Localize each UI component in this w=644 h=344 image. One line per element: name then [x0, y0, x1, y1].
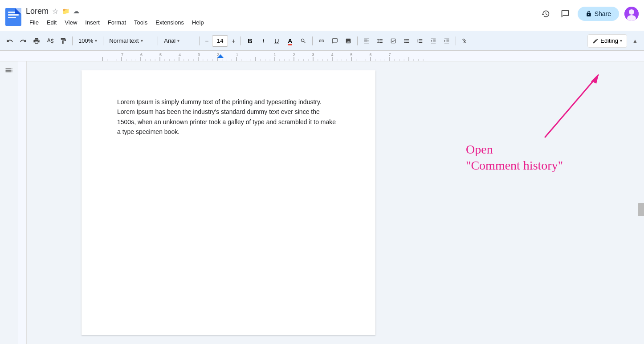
- svg-text:-7: -7: [120, 53, 123, 57]
- italic-button[interactable]: I: [257, 35, 269, 47]
- menu-help[interactable]: Help: [188, 18, 208, 27]
- svg-line-93: [545, 75, 599, 137]
- undo-button[interactable]: [4, 35, 16, 47]
- menu-file[interactable]: File: [26, 18, 42, 27]
- share-label: Share: [595, 10, 611, 17]
- svg-line-95: [592, 75, 599, 81]
- editing-mode-label: Editing: [600, 37, 618, 44]
- decrease-font-size-button[interactable]: −: [202, 35, 211, 47]
- svg-text:5: 5: [350, 53, 352, 57]
- annotation-line1: Open: [466, 142, 563, 158]
- right-scroll-tab[interactable]: [638, 203, 644, 216]
- zoom-value: 100%: [78, 37, 93, 44]
- text-style-selector[interactable]: Normal text ▾: [106, 35, 155, 47]
- clear-format-button[interactable]: [459, 35, 471, 47]
- history-icon-btn[interactable]: [538, 7, 553, 21]
- star-icon[interactable]: ☆: [52, 7, 58, 16]
- right-controls: Share: [538, 7, 639, 27]
- outline-icon[interactable]: [4, 66, 13, 77]
- divider-2: [103, 36, 103, 45]
- document-page[interactable]: Lorem Ipsum is simply dummy text of the …: [82, 70, 375, 335]
- line-spacing-button[interactable]: [374, 35, 386, 47]
- svg-rect-9: [0, 51, 644, 61]
- font-dropdown-arrow: ▾: [177, 38, 179, 43]
- menu-extensions[interactable]: Extensions: [152, 18, 187, 27]
- print-button[interactable]: [30, 35, 43, 47]
- bullet-list-button[interactable]: [400, 35, 413, 47]
- annotation-arrow: [509, 66, 599, 155]
- left-margin: [0, 61, 27, 344]
- link-button[interactable]: [315, 35, 328, 47]
- title-bar: Lorem ☆ 📁 ☁ File Edit View Insert Format…: [0, 0, 644, 31]
- svg-rect-3: [8, 17, 16, 18]
- underline-button[interactable]: U: [270, 35, 283, 47]
- text-style-dropdown-arrow: ▾: [141, 38, 143, 43]
- svg-marker-94: [592, 75, 599, 84]
- svg-text:-3: -3: [196, 53, 200, 57]
- menu-tools[interactable]: Tools: [130, 18, 151, 27]
- svg-point-7: [629, 9, 634, 15]
- annotation: Open "Comment history": [466, 88, 563, 174]
- svg-text:2: 2: [293, 53, 295, 57]
- right-area: Open "Comment history": [430, 61, 644, 344]
- spell-check-button[interactable]: [44, 35, 56, 47]
- redo-button[interactable]: [17, 35, 29, 47]
- svg-text:-6: -6: [139, 53, 143, 57]
- menu-view[interactable]: View: [61, 18, 81, 27]
- editing-mode-button[interactable]: Editing ▾: [587, 34, 627, 48]
- zoom-dropdown-arrow: ▾: [95, 38, 97, 43]
- insert-image-button[interactable]: [342, 35, 355, 47]
- paint-format-button[interactable]: [57, 35, 69, 47]
- toolbar: 100% ▾ Normal text ▾ Arial ▾ − 14 + B I …: [0, 31, 644, 51]
- font-size-box: − 14 +: [202, 35, 238, 47]
- svg-text:-1: -1: [235, 53, 238, 57]
- add-comment-button[interactable]: [329, 35, 341, 47]
- cloud-icon[interactable]: ☁: [73, 8, 79, 15]
- menu-edit[interactable]: Edit: [43, 18, 60, 27]
- menu-format[interactable]: Format: [104, 18, 130, 27]
- svg-rect-2: [8, 14, 19, 16]
- checklist-button[interactable]: [387, 35, 399, 47]
- font-selector[interactable]: Arial ▾: [161, 35, 196, 47]
- title-row: Lorem ☆ 📁 ☁: [26, 7, 538, 16]
- doc-area[interactable]: Lorem Ipsum is simply dummy text of the …: [27, 61, 430, 344]
- svg-text:3: 3: [312, 53, 314, 57]
- svg-text:-4: -4: [177, 53, 181, 57]
- title-section: Lorem ☆ 📁 ☁ File Edit View Insert Format…: [26, 7, 538, 27]
- annotation-text: Open "Comment history": [466, 142, 563, 174]
- font-value: Arial: [164, 37, 175, 44]
- toolbar-collapse-button[interactable]: ▲: [630, 36, 640, 46]
- decrease-indent-button[interactable]: [427, 35, 440, 47]
- annotation-line2: "Comment history": [466, 158, 563, 174]
- alignment-button[interactable]: [360, 35, 373, 47]
- zoom-selector[interactable]: 100% ▾: [75, 35, 100, 47]
- menu-insert[interactable]: Insert: [82, 18, 103, 27]
- svg-text:-5: -5: [158, 53, 162, 57]
- folder-icon[interactable]: 📁: [62, 8, 69, 15]
- doc-title[interactable]: Lorem: [26, 7, 49, 16]
- divider-1: [72, 36, 73, 45]
- vertical-ruler: [18, 61, 27, 344]
- user-avatar[interactable]: [624, 7, 639, 21]
- text-color-button[interactable]: A: [284, 35, 296, 47]
- divider-8: [456, 36, 456, 45]
- text-style-value: Normal text: [109, 37, 139, 44]
- editing-mode-dropdown-arrow: ▾: [620, 38, 622, 43]
- highlight-button[interactable]: [297, 35, 310, 47]
- increase-indent-button[interactable]: [440, 35, 453, 47]
- divider-5: [240, 36, 241, 45]
- share-button[interactable]: Share: [578, 7, 619, 21]
- divider-7: [357, 36, 358, 45]
- increase-font-size-button[interactable]: +: [229, 35, 238, 47]
- font-size-input[interactable]: 14: [212, 35, 228, 47]
- bold-button[interactable]: B: [244, 35, 256, 47]
- main-content: Lorem Ipsum is simply dummy text of the …: [0, 61, 644, 344]
- comment-history-icon-btn[interactable]: [558, 7, 572, 21]
- document-text[interactable]: Lorem Ipsum is simply dummy text of the …: [117, 97, 340, 137]
- numbered-list-button[interactable]: [414, 35, 426, 47]
- divider-6: [312, 36, 313, 45]
- ruler-svg: -7-6-5-4-3-2-11234567: [0, 51, 644, 61]
- menu-bar: File Edit View Insert Format Tools Exten…: [26, 18, 538, 27]
- divider-4: [199, 36, 200, 45]
- docs-logo-icon: [5, 8, 21, 26]
